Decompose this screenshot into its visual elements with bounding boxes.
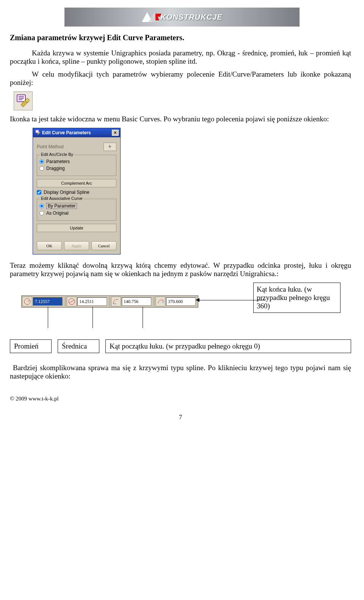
radio-parameters-label: Parameters <box>46 159 70 164</box>
start-angle-icon <box>111 297 121 306</box>
brand-name: KONSTRUKCJE <box>160 13 222 22</box>
group-title-assoc: Edit Associative Curve <box>39 196 84 201</box>
paragraph-modify: W celu modyfikacji tych parametrów wybie… <box>10 70 351 87</box>
callout-diameter: Średnica <box>58 339 99 353</box>
end-angle-field[interactable]: 370.600 <box>166 297 196 306</box>
start-angle-field[interactable]: 140.756 <box>122 297 151 306</box>
point-method-label: Point Method <box>37 144 64 149</box>
cancel-button[interactable]: Cancel <box>91 241 116 250</box>
radio-parameters[interactable] <box>39 159 44 164</box>
diameter-icon <box>67 297 77 306</box>
brand-logo <box>140 11 162 24</box>
paragraph-spline: Bardziej skomplikowana sprawa ma się z k… <box>10 364 351 380</box>
edit-curve-parameters-dialog: Edit Curve Parameters × Point Method Edi… <box>33 128 121 254</box>
group-title-edit-arc: Edit Arc/Circle By <box>39 152 75 157</box>
close-icon[interactable]: × <box>112 130 119 136</box>
callout-radius: Promień <box>10 339 52 353</box>
dialog-titlebar: Edit Curve Parameters × <box>33 128 120 137</box>
end-angle-icon <box>155 297 165 306</box>
update-button[interactable]: Update <box>37 224 116 232</box>
edit-curve-parameters-icon <box>14 91 33 110</box>
radio-by-parameter[interactable] <box>39 204 44 208</box>
callout-end-angle: Kąt końca łuku. (w przypadku pełnego krę… <box>253 283 340 313</box>
paragraph-intro: Każda krzywa w systemie Unigraphics posi… <box>10 49 351 66</box>
complement-arc-button[interactable]: Complement Arc <box>37 179 116 187</box>
apply-button[interactable]: Apply <box>64 241 89 250</box>
edit-associative-curve-group: Edit Associative Curve By Parameter As O… <box>37 199 116 221</box>
radio-as-original[interactable] <box>39 211 44 215</box>
page-title: Zmiana parametrów krzywej Edit Curve Par… <box>10 33 351 42</box>
dialog-icon <box>35 130 41 136</box>
point-method-button[interactable] <box>104 143 116 151</box>
paragraph-select-curve: Teraz możemy kliknąć dowolną krzywą któr… <box>10 261 351 278</box>
page-number: 7 <box>10 413 351 421</box>
svg-line-9 <box>27 300 30 302</box>
dialog-title-text: Edit Curve Parameters <box>42 130 91 135</box>
parameter-toolbar: 7.12557 14.2511 140.756 370.600 <box>21 295 198 308</box>
point-method-row: Point Method <box>37 143 116 151</box>
radio-by-parameter-label: By Parameter <box>46 203 77 209</box>
checkbox-display-original[interactable] <box>37 190 41 195</box>
radius-icon <box>22 297 32 306</box>
paragraph-icon-note: Ikonka ta jest także widoczna w menu Bas… <box>10 115 351 123</box>
callout-start-angle: Kąt początku łuku. (w przypadku pełnego … <box>105 339 351 353</box>
diameter-field[interactable]: 14.2511 <box>77 297 107 306</box>
ok-button[interactable]: OK <box>37 241 62 250</box>
edit-arc-circle-group: Edit Arc/Circle By Parameters Dragging <box>37 155 116 176</box>
svg-line-11 <box>69 300 74 303</box>
checkbox-display-original-label: Display Original Spline <box>44 190 89 195</box>
radio-dragging-label: Dragging <box>46 166 65 171</box>
brand-banner: KONSTRUKCJE <box>64 8 300 27</box>
radio-as-original-label: As Original <box>46 210 69 216</box>
radio-dragging[interactable] <box>39 166 44 171</box>
copyright-footer: © 2009 www.t-k-k.pl <box>10 396 351 402</box>
parameter-toolbar-figure: 7.12557 14.2511 140.756 370.600 Kąt końc… <box>10 283 351 328</box>
svg-rect-7 <box>36 130 39 133</box>
radius-field[interactable]: 7.12557 <box>33 297 63 306</box>
svg-point-6 <box>25 99 29 102</box>
